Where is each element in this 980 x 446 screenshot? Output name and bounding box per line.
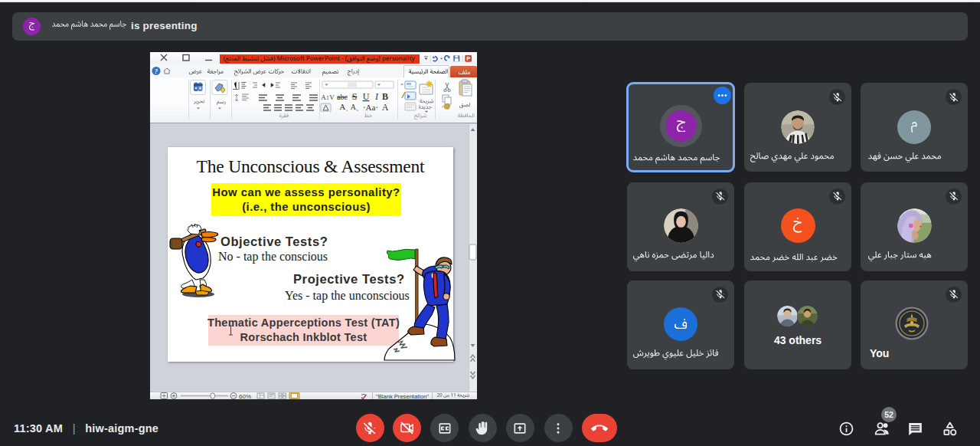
svg-text:Aˎ: Aˎ (351, 103, 359, 111)
svg-text:B: B (382, 91, 388, 102)
svg-text:Aˌ: Aˌ (339, 102, 348, 111)
svg-text:⋅Aa⋅: ⋅Aa⋅ (363, 103, 378, 112)
svg-text:S: S (352, 91, 358, 102)
svg-text:U: U (363, 91, 370, 102)
svg-text:I: I (374, 91, 379, 102)
svg-text:P: P (466, 55, 470, 62)
svg-text:A↕V: A↕V (321, 93, 335, 101)
svg-text:A: A (382, 102, 389, 112)
svg-text:?: ? (155, 67, 158, 74)
svg-text:abc: abc (337, 93, 348, 101)
